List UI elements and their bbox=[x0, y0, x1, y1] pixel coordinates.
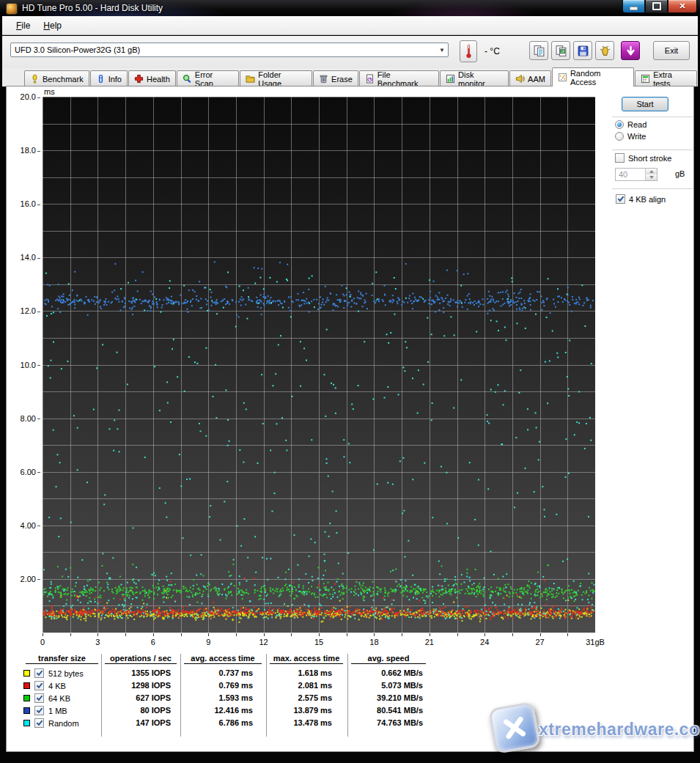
tab-label: File Benchmark bbox=[377, 70, 433, 88]
short-stroke-label: Short stroke bbox=[628, 154, 671, 163]
table-value-ops: 1355 IOPS bbox=[102, 668, 171, 677]
temperature-button[interactable] bbox=[460, 40, 477, 62]
save-button[interactable] bbox=[573, 41, 592, 60]
series-visible-checkbox[interactable] bbox=[34, 681, 44, 690]
spinner-up-button[interactable] bbox=[646, 169, 657, 174]
series-visible-checkbox[interactable] bbox=[34, 706, 44, 715]
table-value-ops: 147 IOPS bbox=[102, 718, 171, 727]
y-axis-tick-label: 4.00 bbox=[21, 521, 40, 530]
y-axis-tick-label: 12.0 bbox=[21, 306, 40, 315]
table-value-max: 13.879 ms bbox=[267, 706, 332, 715]
health-cross-icon bbox=[134, 74, 144, 84]
write-radio-label: Write bbox=[627, 132, 646, 141]
tab-label: Info bbox=[108, 75, 122, 84]
align-checkbox[interactable]: 4 KB align bbox=[616, 194, 666, 204]
table-value-avg: 0.737 ms bbox=[181, 668, 253, 677]
table-value-max: 2.575 ms bbox=[267, 693, 332, 702]
menu-help[interactable]: Help bbox=[37, 18, 67, 33]
menu-bar: File Help bbox=[2, 16, 698, 35]
folder-icon bbox=[246, 74, 255, 84]
y-axis-tick-label: 6.00 bbox=[21, 468, 40, 476]
x-axis-tick-label: 31gB bbox=[586, 638, 605, 646]
y-axis-tick-label: 2.00 bbox=[21, 575, 40, 583]
close-button[interactable]: ✕ bbox=[668, 0, 697, 13]
tab-label: Disk monitor bbox=[458, 70, 503, 88]
table-value-speed: 80.541 MB/s bbox=[348, 706, 423, 715]
tab-random-access[interactable]: Random Access bbox=[552, 67, 634, 86]
drive-select[interactable]: UFD 3.0 Silicon-Power32G (31 gB) ▼ bbox=[10, 43, 449, 57]
copy-image-button[interactable] bbox=[551, 41, 570, 60]
table-value-ops: 80 IOPS bbox=[102, 706, 171, 715]
table-row-64-kb: 64 KB bbox=[23, 692, 70, 704]
y-axis-tick-label: 16.0 bbox=[21, 199, 40, 208]
tab-error-scan[interactable]: Error Scan bbox=[177, 70, 239, 86]
table-value-ops: 627 IOPS bbox=[102, 693, 171, 702]
tab-label: Extra tests bbox=[653, 70, 691, 88]
tab-label: Health bbox=[147, 75, 170, 84]
tab-aam[interactable]: AAM bbox=[509, 70, 551, 86]
x-axis-tick-label: 3 bbox=[95, 638, 100, 646]
series-visible-checkbox[interactable] bbox=[34, 718, 44, 728]
options-icon bbox=[599, 45, 611, 57]
table-value-avg: 0.769 ms bbox=[181, 681, 253, 690]
table-value-max: 1.618 ms bbox=[267, 668, 332, 677]
tab-label: Erase bbox=[331, 75, 353, 84]
app-window: HD Tune Pro 5.00 - Hard Disk Utility ✕ F… bbox=[0, 0, 700, 763]
tab-health[interactable]: Health bbox=[128, 70, 176, 86]
app-icon bbox=[6, 3, 18, 15]
tab-folder-usage[interactable]: Folder Usage bbox=[240, 70, 312, 86]
minimize-button[interactable] bbox=[622, 0, 645, 13]
extra-tests-icon bbox=[641, 74, 650, 84]
series-label: Random bbox=[48, 719, 79, 728]
y-axis-tick-label: 8.00 bbox=[21, 414, 40, 423]
tab-label: Error Scan bbox=[195, 70, 233, 88]
short-stroke-size-value: 40 bbox=[616, 169, 645, 180]
start-button[interactable]: Start bbox=[622, 97, 668, 111]
x-axis-tick-label: 21 bbox=[425, 638, 434, 646]
tab-extra-tests[interactable]: Extra tests bbox=[635, 70, 697, 86]
radio-icon bbox=[615, 132, 624, 141]
info-icon bbox=[96, 74, 106, 84]
short-stroke-unit-label: gB bbox=[675, 169, 685, 178]
exit-button[interactable]: Exit bbox=[653, 41, 690, 60]
minimize-icon bbox=[630, 7, 638, 10]
tab-erase[interactable]: Erase bbox=[313, 70, 358, 86]
series-color-swatch bbox=[23, 682, 30, 689]
menu-file[interactable]: File bbox=[10, 18, 36, 33]
tab-benchmark[interactable]: Benchmark bbox=[24, 70, 89, 86]
tab-info[interactable]: Info bbox=[90, 70, 128, 86]
y-axis-tick-label: 20.0 bbox=[21, 92, 40, 101]
series-visible-checkbox[interactable] bbox=[34, 668, 44, 678]
maximize-icon bbox=[652, 2, 661, 10]
table-header-4: avg. speed bbox=[351, 654, 426, 664]
tab-disk-monitor[interactable]: Disk monitor bbox=[440, 70, 509, 86]
drive-select-value: UFD 3.0 Silicon-Power32G (31 gB) bbox=[15, 45, 436, 54]
table-value-speed: 5.073 MB/s bbox=[348, 681, 423, 690]
copy-text-button[interactable] bbox=[529, 41, 548, 60]
tab-file-benchmark[interactable]: File Benchmark bbox=[359, 70, 439, 86]
table-row-random: Random bbox=[23, 717, 79, 729]
tab-page-random-access: ms 20.018.016.014.012.010.08.006.004.002… bbox=[6, 86, 694, 752]
table-value-ops: 1298 IOPS bbox=[102, 681, 171, 690]
maximize-button[interactable] bbox=[645, 0, 668, 13]
options-button[interactable] bbox=[595, 41, 614, 60]
update-arrow-button[interactable] bbox=[621, 41, 640, 60]
arrow-up-icon bbox=[649, 170, 654, 173]
read-radio[interactable]: Read bbox=[615, 120, 646, 129]
series-label: 4 KB bbox=[48, 682, 66, 690]
x-logo-icon bbox=[488, 701, 541, 754]
trash-icon bbox=[319, 74, 328, 84]
series-color-swatch bbox=[23, 720, 30, 726]
spinner-down-button[interactable] bbox=[646, 174, 657, 180]
checkbox-unchecked-icon bbox=[615, 153, 625, 163]
series-visible-checkbox[interactable] bbox=[34, 693, 44, 703]
write-radio[interactable]: Write bbox=[615, 132, 646, 141]
chevron-down-icon: ▼ bbox=[436, 47, 448, 54]
short-stroke-size-spinner[interactable]: 40 bbox=[615, 168, 657, 181]
spinner-buttons[interactable] bbox=[645, 169, 657, 180]
table-row-4-kb: 4 KB bbox=[23, 679, 66, 692]
table-value-speed: 39.210 MB/s bbox=[348, 693, 423, 702]
toolbar: UFD 3.0 Silicon-Power32G (31 gB) ▼ - °C … bbox=[2, 36, 698, 69]
table-header-2: avg. access time bbox=[184, 654, 262, 664]
short-stroke-checkbox[interactable]: Short stroke bbox=[615, 153, 671, 163]
